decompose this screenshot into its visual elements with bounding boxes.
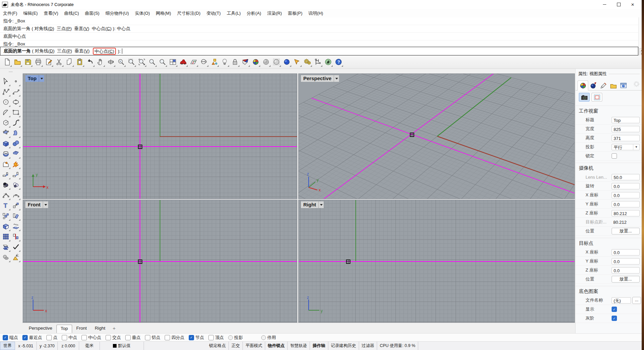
arc-icon[interactable]	[1, 107, 11, 118]
open-file-icon[interactable]	[12, 57, 22, 67]
command-prompt[interactable]: 底面的第一角 ( 对角线(D) 三点(P) 垂直(V) 中心点(C) ):	[0, 47, 638, 55]
field-Y 座标[interactable]: 0.0	[612, 201, 640, 207]
field-Y 座标[interactable]: 0.0	[612, 258, 640, 265]
viewport-front[interactable]: Front z x	[23, 200, 297, 323]
status-toggle-正交[interactable]: 正交	[229, 342, 243, 350]
status-z-coordinate[interactable]: z 0.000	[58, 342, 79, 350]
field-X 座标[interactable]: 0.0	[612, 249, 640, 255]
fillet-icon[interactable]	[1, 169, 11, 180]
selection-filter-icon[interactable]	[292, 57, 302, 67]
patch-icon[interactable]	[11, 149, 21, 159]
osnap-中心点[interactable]: 中心点	[82, 335, 101, 341]
osnap-切点[interactable]: 切点	[145, 335, 160, 341]
menu-item-5[interactable]: 曲面(S)	[82, 9, 102, 17]
viewport-label-perspective[interactable]: Perspective	[301, 75, 339, 82]
field-高度[interactable]: 371	[612, 135, 640, 141]
field-文件名称[interactable]: (无)	[612, 297, 631, 304]
viewport-perspective[interactable]: Perspective z y x	[298, 73, 575, 199]
panel-tab-help-window[interactable]: ?	[618, 81, 628, 90]
status-toggle-物件锁点[interactable]: 物件锁点	[265, 342, 288, 350]
shaded-view-icon[interactable]	[261, 57, 271, 67]
field-Z 座标[interactable]: 80.212	[612, 210, 640, 216]
viewport-label-top[interactable]: Top	[25, 75, 44, 82]
osnap-垂点[interactable]: 垂点	[125, 335, 141, 341]
select-icon[interactable]	[1, 76, 11, 86]
chevron-down-icon[interactable]: ▼	[633, 144, 639, 150]
ghosted-view-icon[interactable]	[271, 57, 281, 67]
annotate-icon[interactable]	[43, 57, 53, 67]
prompt-options[interactable]: ( 对角线(D) 三点(P) 垂直(V)	[31, 48, 92, 54]
adjust-curve-icon[interactable]	[1, 190, 11, 200]
checkbox-交点[interactable]	[106, 335, 111, 340]
solid-box-icon[interactable]	[1, 221, 11, 231]
field-标题[interactable]: Top	[612, 117, 640, 123]
checkbox-中心点[interactable]	[82, 335, 87, 340]
frame-button[interactable]	[592, 93, 602, 102]
osnap-交点[interactable]: 交点	[106, 335, 121, 341]
osnap-顶点[interactable]: 顶点	[208, 335, 224, 341]
menu-item-14[interactable]: 面板(P)	[285, 9, 305, 17]
chamfer-icon[interactable]	[11, 169, 21, 180]
maximize-button[interactable]	[612, 0, 626, 9]
interpolate-curve-icon[interactable]	[11, 86, 21, 97]
camera-button[interactable]	[579, 93, 590, 102]
set-view-icon[interactable]	[199, 57, 209, 67]
menu-item-1[interactable]: 文件(F)	[0, 9, 20, 17]
sphere-icon[interactable]	[11, 138, 21, 149]
browse-button[interactable]: ...	[632, 297, 641, 304]
cut-icon[interactable]	[54, 57, 64, 67]
undo-view-icon[interactable]	[157, 57, 167, 67]
array-rect-icon[interactable]	[1, 231, 11, 242]
panel-tab-folder[interactable]	[608, 81, 618, 90]
cplane-icon[interactable]	[188, 57, 198, 67]
checkbox-垂点[interactable]	[125, 335, 131, 340]
point-icon[interactable]	[11, 76, 21, 86]
field-旋转[interactable]: 0.0	[612, 183, 640, 189]
circle-icon[interactable]	[1, 97, 11, 107]
render-icon[interactable]	[323, 57, 333, 67]
loft-icon[interactable]	[11, 128, 21, 138]
status-x-coordinate[interactable]: x -5.031	[15, 342, 37, 350]
viewport-menu-icon[interactable]	[318, 201, 324, 208]
panel-tab-pen[interactable]	[598, 81, 608, 90]
checkbox-中点[interactable]	[62, 335, 67, 340]
viewport-tab-right[interactable]: Right	[91, 325, 110, 332]
checkbox-最近点[interactable]: ✓	[22, 335, 28, 340]
checkbox-显示[interactable]: ✓	[612, 307, 617, 312]
menu-item-13[interactable]: 渲染(R)	[264, 9, 285, 17]
viewport-right[interactable]: Right z y	[298, 200, 575, 323]
rectangle-icon[interactable]	[11, 107, 21, 118]
osnap-toggle-icon[interactable]	[209, 57, 219, 67]
curve-boolean-dark-icon[interactable]	[1, 180, 11, 190]
menu-item-3[interactable]: 查看(V)	[41, 9, 61, 17]
status-toggle-平面模式[interactable]: 平面模式	[243, 342, 265, 350]
polyline-icon[interactable]	[1, 86, 11, 97]
prompt-highlighted-option[interactable]: 中心点(C)	[93, 48, 116, 55]
save-file-icon[interactable]	[23, 57, 33, 67]
menu-item-8[interactable]: 网格(M)	[153, 9, 174, 17]
status-y-coordinate[interactable]: y -2.370	[37, 342, 58, 350]
copy-icon[interactable]	[64, 57, 74, 67]
osnap-投影[interactable]: 投影	[228, 335, 243, 341]
named-view-icon[interactable]	[178, 57, 188, 67]
ellipse-icon[interactable]	[11, 97, 21, 107]
status-toggle-操作轴[interactable]: 操作轴	[310, 342, 328, 350]
place-button[interactable]: 放置...	[612, 228, 640, 234]
checkbox-点[interactable]	[46, 335, 52, 340]
checkbox-节点[interactable]: ✓	[189, 335, 194, 340]
menu-item-2[interactable]: 编辑(E)	[20, 9, 41, 17]
menu-item-15[interactable]: 说明(H)	[305, 9, 326, 17]
boolean-union-icon[interactable]	[1, 159, 11, 169]
checkbox-顶点[interactable]	[208, 335, 214, 340]
polygon-icon[interactable]	[1, 118, 11, 128]
viewport-tab-top[interactable]: Top	[56, 325, 72, 333]
osnap-点[interactable]: 点	[46, 335, 57, 341]
field-Z 座标[interactable]: 0.0	[612, 267, 640, 274]
surface-from-points-icon[interactable]	[1, 128, 11, 138]
print-icon[interactable]	[33, 57, 43, 67]
menu-item-7[interactable]: 实体(O)	[132, 9, 153, 17]
checkbox-切点[interactable]	[145, 335, 150, 340]
field-Lens Len...[interactable]: 50.0	[612, 174, 640, 180]
distribute-icon[interactable]	[1, 211, 11, 221]
toolbar-grip[interactable]	[9, 71, 13, 72]
